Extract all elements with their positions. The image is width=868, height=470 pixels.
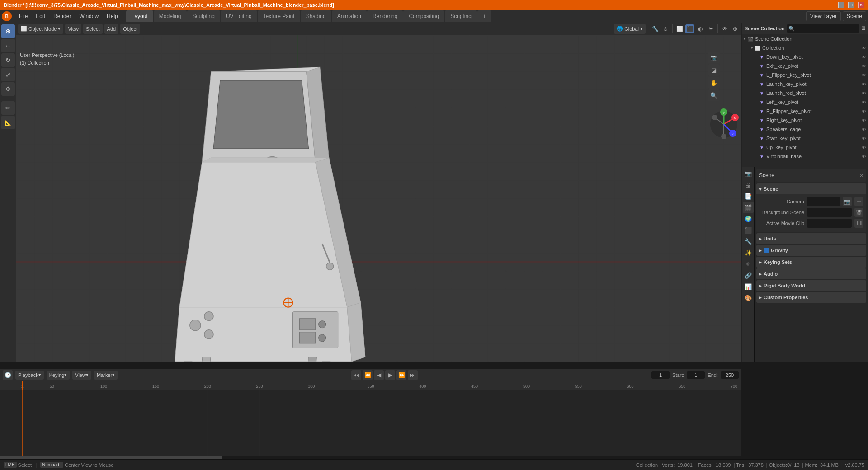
close-button[interactable]: ✕ xyxy=(858,2,864,8)
world-props-icon[interactable]: 🌍 xyxy=(743,213,754,224)
l-flipper-eye[interactable]: 👁 xyxy=(862,73,866,78)
maximize-button[interactable]: □ xyxy=(848,2,854,8)
tab-sculpting[interactable]: Sculpting xyxy=(187,10,220,22)
prev-keyframe-btn[interactable]: ⏪ xyxy=(363,370,373,380)
constraints-props-icon[interactable]: 🔗 xyxy=(743,270,754,281)
viewport-select-menu[interactable]: Select xyxy=(83,24,103,34)
prop-section-rigid-body-header[interactable]: ▸ Rigid Body World xyxy=(756,280,866,291)
move-tool[interactable]: ↔ xyxy=(1,39,15,52)
wireframe-mode[interactable]: ⬜ xyxy=(675,24,684,33)
prop-section-audio-header[interactable]: ▸ Audio xyxy=(756,268,866,279)
minimize-button[interactable]: ─ xyxy=(838,2,844,8)
snap-toggle[interactable]: 🔧 xyxy=(651,24,660,33)
prop-section-gravity-header[interactable]: ▸ Gravity xyxy=(756,245,866,256)
viewport-add-menu[interactable]: Add xyxy=(104,24,119,34)
measure-tool[interactable]: 📐 xyxy=(1,116,15,129)
timeline-body[interactable] xyxy=(0,390,741,459)
menu-edit[interactable]: Edit xyxy=(32,11,49,21)
outliner-item-launch-rod[interactable]: ▼ Launch_rod_pivot 👁 xyxy=(742,89,868,98)
launch-rod-eye[interactable]: 👁 xyxy=(862,91,866,96)
camera-browse-icon[interactable]: 📷 xyxy=(843,197,852,206)
bg-scene-icon[interactable]: 🎬 xyxy=(854,208,863,217)
viewport-mode-selector[interactable]: ⬜ Object Mode ▾ xyxy=(18,24,63,34)
overlay-toggle[interactable]: 👁 xyxy=(720,24,729,33)
timeline-scroll-thumb[interactable] xyxy=(0,456,222,459)
particles-props-icon[interactable]: ✨ xyxy=(743,247,754,258)
prop-section-custom-header[interactable]: ▸ Custom Properties xyxy=(756,292,866,303)
toggle-xray[interactable]: ◪ xyxy=(708,64,720,76)
viewport-view-menu[interactable]: View xyxy=(65,24,81,34)
3d-viewport[interactable]: ⬜ Object Mode ▾ View Select Add Object 🌐… xyxy=(16,23,741,362)
prop-section-scene-header[interactable]: ▾ Scene xyxy=(756,183,866,194)
gravity-checkbox[interactable] xyxy=(764,248,769,253)
solid-mode[interactable]: ⬛ xyxy=(685,24,694,33)
tab-texture-paint[interactable]: Texture Paint xyxy=(258,10,300,22)
movie-clip-value[interactable] xyxy=(807,219,852,228)
play-reverse-btn[interactable]: ◀ xyxy=(374,370,384,380)
tab-uv-editing[interactable]: UV Editing xyxy=(221,10,257,22)
tab-layout[interactable]: Layout xyxy=(126,10,153,22)
properties-close-icon[interactable]: ✕ xyxy=(859,173,863,179)
object-data-props-icon[interactable]: 📊 xyxy=(743,281,754,292)
menu-file[interactable]: File xyxy=(15,11,31,21)
outliner-item-virtpinball[interactable]: ▼ Virtpinball_base 👁 xyxy=(742,152,868,161)
camera-edit-icon[interactable]: ✏ xyxy=(854,197,863,206)
start-key-eye[interactable]: 👁 xyxy=(862,136,866,141)
rendered-mode[interactable]: ☀ xyxy=(706,24,715,33)
view-layer-selector[interactable]: View Layer xyxy=(806,11,841,21)
outliner-item-collection[interactable]: ▾ ⬜ Collection 👁 xyxy=(742,43,868,52)
transform-space-selector[interactable]: 🌐 Global ▾ xyxy=(614,24,646,34)
bg-scene-value[interactable] xyxy=(807,208,852,217)
movie-clip-icon[interactable]: 🎞 xyxy=(854,219,863,228)
play-btn[interactable]: ▶ xyxy=(385,370,395,380)
tab-shading[interactable]: Shading xyxy=(301,10,331,22)
transform-tool[interactable]: ✥ xyxy=(1,82,15,96)
launch-key-eye[interactable]: 👁 xyxy=(862,82,866,87)
zoom-tool[interactable]: 🔍 xyxy=(708,89,720,101)
orientation-gizmo[interactable]: X Y Z xyxy=(708,108,740,140)
frame-start-display[interactable]: 1 xyxy=(687,371,705,379)
prop-section-units-header[interactable]: ▸ Units xyxy=(756,233,866,244)
timeline-clock-icon[interactable]: 🕐 xyxy=(3,370,13,380)
cursor-tool[interactable]: ⊕ xyxy=(1,24,15,38)
prop-section-keying-header[interactable]: ▸ Keying Sets xyxy=(756,257,866,268)
down-key-eye[interactable]: 👁 xyxy=(862,55,866,60)
grab-hand-tool[interactable]: ✋ xyxy=(708,77,720,89)
view-camera-tool[interactable]: 📷 xyxy=(708,52,720,63)
playback-menu[interactable]: Playback ▾ xyxy=(15,371,44,380)
speakers-cage-eye[interactable]: 👁 xyxy=(862,127,866,132)
scene-selector[interactable]: Scene xyxy=(843,11,866,21)
exit-key-eye[interactable]: 👁 xyxy=(862,64,866,69)
modifier-props-icon[interactable]: 🔧 xyxy=(743,236,754,247)
marker-menu[interactable]: Marker ▾ xyxy=(94,371,118,380)
outliner-item-r-flipper[interactable]: ▼ R_Flipper_key_pivot 👁 xyxy=(742,107,868,116)
outliner-item-down-key[interactable]: ▼ Down_key_pivot 👁 xyxy=(742,52,868,61)
physics-props-icon[interactable]: ⚛ xyxy=(743,258,754,269)
camera-value[interactable] xyxy=(807,197,840,206)
menu-render[interactable]: Render xyxy=(50,11,75,21)
view-layer-props-icon[interactable]: 📑 xyxy=(743,191,754,202)
tab-compositing[interactable]: Compositing xyxy=(403,10,444,22)
tab-add[interactable]: + xyxy=(477,10,491,22)
window-controls[interactable]: ─ □ ✕ xyxy=(838,2,864,8)
material-props-icon[interactable]: 🎨 xyxy=(743,292,754,303)
jump-to-start-btn[interactable]: ⏮ xyxy=(351,370,361,380)
keying-menu[interactable]: Keying ▾ xyxy=(47,371,70,380)
tab-rendering[interactable]: Rendering xyxy=(367,10,403,22)
r-flipper-eye[interactable]: 👁 xyxy=(862,109,866,114)
tab-scripting[interactable]: Scripting xyxy=(445,10,477,22)
rotate-tool[interactable]: ↻ xyxy=(1,53,15,67)
up-key-eye[interactable]: 👁 xyxy=(862,145,866,150)
annotate-tool[interactable]: ✏ xyxy=(1,101,15,115)
left-key-eye[interactable]: 👁 xyxy=(862,100,866,105)
output-props-icon[interactable]: 🖨 xyxy=(743,179,754,190)
proportional-edit-toggle[interactable]: ⊙ xyxy=(661,24,670,33)
gizmo-toggle[interactable]: ⊕ xyxy=(731,24,740,33)
frame-end-display[interactable]: 250 xyxy=(721,371,739,379)
current-frame-display[interactable]: 1 xyxy=(651,371,670,379)
menu-help[interactable]: Help xyxy=(103,11,122,21)
object-props-icon[interactable]: ⬛ xyxy=(743,225,754,235)
virtpinball-eye[interactable]: 👁 xyxy=(862,154,866,159)
outliner-item-l-flipper[interactable]: ▼ L_Flipper_key_pivot 👁 xyxy=(742,70,868,80)
jump-to-end-btn[interactable]: ⏭ xyxy=(408,370,418,380)
